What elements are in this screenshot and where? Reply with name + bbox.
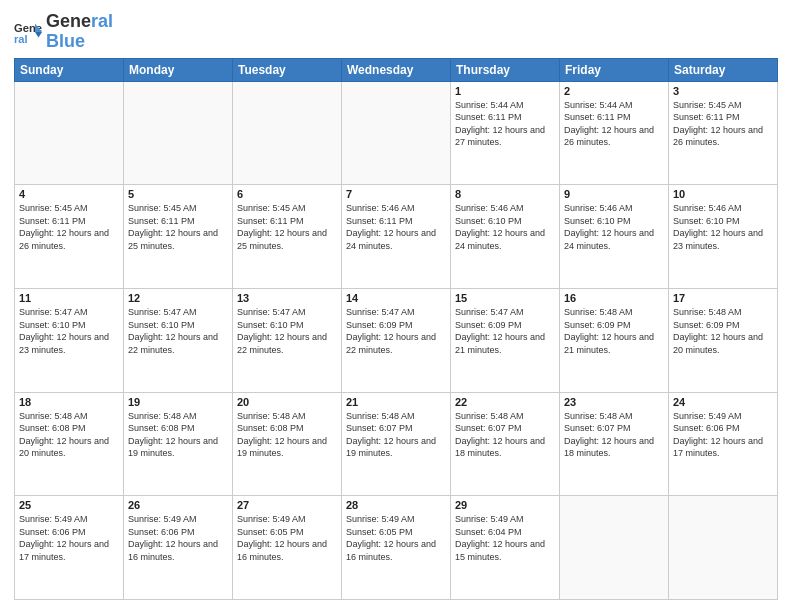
calendar-cell: 21Sunrise: 5:48 AM Sunset: 6:07 PM Dayli…	[342, 392, 451, 496]
day-info: Sunrise: 5:45 AM Sunset: 6:11 PM Dayligh…	[128, 202, 228, 252]
day-number: 2	[564, 85, 664, 97]
day-number: 16	[564, 292, 664, 304]
day-info: Sunrise: 5:48 AM Sunset: 6:08 PM Dayligh…	[128, 410, 228, 460]
week-row-5: 25Sunrise: 5:49 AM Sunset: 6:06 PM Dayli…	[15, 496, 778, 600]
day-number: 21	[346, 396, 446, 408]
day-number: 11	[19, 292, 119, 304]
day-info: Sunrise: 5:47 AM Sunset: 6:10 PM Dayligh…	[19, 306, 119, 356]
day-number: 6	[237, 188, 337, 200]
calendar-cell: 20Sunrise: 5:48 AM Sunset: 6:08 PM Dayli…	[233, 392, 342, 496]
logo-text: GeneralBlue	[46, 12, 113, 52]
day-info: Sunrise: 5:48 AM Sunset: 6:09 PM Dayligh…	[673, 306, 773, 356]
calendar-cell: 7Sunrise: 5:46 AM Sunset: 6:11 PM Daylig…	[342, 185, 451, 289]
day-number: 19	[128, 396, 228, 408]
day-number: 25	[19, 499, 119, 511]
calendar-cell: 27Sunrise: 5:49 AM Sunset: 6:05 PM Dayli…	[233, 496, 342, 600]
calendar-cell: 23Sunrise: 5:48 AM Sunset: 6:07 PM Dayli…	[560, 392, 669, 496]
header: Gene ral GeneralBlue	[14, 12, 778, 52]
calendar-cell: 25Sunrise: 5:49 AM Sunset: 6:06 PM Dayli…	[15, 496, 124, 600]
calendar-cell: 13Sunrise: 5:47 AM Sunset: 6:10 PM Dayli…	[233, 288, 342, 392]
day-number: 3	[673, 85, 773, 97]
calendar-cell: 12Sunrise: 5:47 AM Sunset: 6:10 PM Dayli…	[124, 288, 233, 392]
day-info: Sunrise: 5:46 AM Sunset: 6:10 PM Dayligh…	[455, 202, 555, 252]
day-number: 12	[128, 292, 228, 304]
day-info: Sunrise: 5:49 AM Sunset: 6:04 PM Dayligh…	[455, 513, 555, 563]
day-info: Sunrise: 5:48 AM Sunset: 6:07 PM Dayligh…	[346, 410, 446, 460]
day-number: 5	[128, 188, 228, 200]
column-header-saturday: Saturday	[669, 58, 778, 81]
calendar-cell: 6Sunrise: 5:45 AM Sunset: 6:11 PM Daylig…	[233, 185, 342, 289]
calendar-header-row: SundayMondayTuesdayWednesdayThursdayFrid…	[15, 58, 778, 81]
day-info: Sunrise: 5:47 AM Sunset: 6:10 PM Dayligh…	[237, 306, 337, 356]
calendar-cell: 2Sunrise: 5:44 AM Sunset: 6:11 PM Daylig…	[560, 81, 669, 185]
week-row-3: 11Sunrise: 5:47 AM Sunset: 6:10 PM Dayli…	[15, 288, 778, 392]
day-number: 24	[673, 396, 773, 408]
column-header-wednesday: Wednesday	[342, 58, 451, 81]
page: Gene ral GeneralBlue SundayMondayTuesday…	[0, 0, 792, 612]
calendar-cell: 4Sunrise: 5:45 AM Sunset: 6:11 PM Daylig…	[15, 185, 124, 289]
day-info: Sunrise: 5:46 AM Sunset: 6:10 PM Dayligh…	[673, 202, 773, 252]
column-header-tuesday: Tuesday	[233, 58, 342, 81]
calendar-cell: 9Sunrise: 5:46 AM Sunset: 6:10 PM Daylig…	[560, 185, 669, 289]
day-info: Sunrise: 5:48 AM Sunset: 6:08 PM Dayligh…	[237, 410, 337, 460]
day-info: Sunrise: 5:48 AM Sunset: 6:07 PM Dayligh…	[455, 410, 555, 460]
column-header-friday: Friday	[560, 58, 669, 81]
day-number: 23	[564, 396, 664, 408]
column-header-thursday: Thursday	[451, 58, 560, 81]
day-info: Sunrise: 5:47 AM Sunset: 6:09 PM Dayligh…	[346, 306, 446, 356]
day-number: 17	[673, 292, 773, 304]
week-row-1: 1Sunrise: 5:44 AM Sunset: 6:11 PM Daylig…	[15, 81, 778, 185]
calendar-cell: 10Sunrise: 5:46 AM Sunset: 6:10 PM Dayli…	[669, 185, 778, 289]
day-info: Sunrise: 5:45 AM Sunset: 6:11 PM Dayligh…	[237, 202, 337, 252]
day-info: Sunrise: 5:45 AM Sunset: 6:11 PM Dayligh…	[19, 202, 119, 252]
calendar-cell: 8Sunrise: 5:46 AM Sunset: 6:10 PM Daylig…	[451, 185, 560, 289]
day-number: 26	[128, 499, 228, 511]
day-info: Sunrise: 5:44 AM Sunset: 6:11 PM Dayligh…	[564, 99, 664, 149]
day-info: Sunrise: 5:49 AM Sunset: 6:06 PM Dayligh…	[128, 513, 228, 563]
day-info: Sunrise: 5:48 AM Sunset: 6:07 PM Dayligh…	[564, 410, 664, 460]
day-number: 13	[237, 292, 337, 304]
day-info: Sunrise: 5:48 AM Sunset: 6:08 PM Dayligh…	[19, 410, 119, 460]
calendar-cell: 5Sunrise: 5:45 AM Sunset: 6:11 PM Daylig…	[124, 185, 233, 289]
day-info: Sunrise: 5:46 AM Sunset: 6:10 PM Dayligh…	[564, 202, 664, 252]
day-number: 29	[455, 499, 555, 511]
week-row-2: 4Sunrise: 5:45 AM Sunset: 6:11 PM Daylig…	[15, 185, 778, 289]
day-number: 9	[564, 188, 664, 200]
day-info: Sunrise: 5:48 AM Sunset: 6:09 PM Dayligh…	[564, 306, 664, 356]
calendar-cell	[15, 81, 124, 185]
day-info: Sunrise: 5:49 AM Sunset: 6:05 PM Dayligh…	[237, 513, 337, 563]
day-info: Sunrise: 5:49 AM Sunset: 6:06 PM Dayligh…	[673, 410, 773, 460]
calendar-cell	[124, 81, 233, 185]
day-number: 1	[455, 85, 555, 97]
day-info: Sunrise: 5:44 AM Sunset: 6:11 PM Dayligh…	[455, 99, 555, 149]
day-number: 8	[455, 188, 555, 200]
day-number: 28	[346, 499, 446, 511]
calendar-table: SundayMondayTuesdayWednesdayThursdayFrid…	[14, 58, 778, 600]
calendar-cell: 15Sunrise: 5:47 AM Sunset: 6:09 PM Dayli…	[451, 288, 560, 392]
day-number: 14	[346, 292, 446, 304]
day-number: 22	[455, 396, 555, 408]
svg-marker-3	[35, 32, 42, 38]
day-info: Sunrise: 5:46 AM Sunset: 6:11 PM Dayligh…	[346, 202, 446, 252]
day-number: 7	[346, 188, 446, 200]
calendar-cell: 11Sunrise: 5:47 AM Sunset: 6:10 PM Dayli…	[15, 288, 124, 392]
calendar-cell: 16Sunrise: 5:48 AM Sunset: 6:09 PM Dayli…	[560, 288, 669, 392]
calendar-cell: 14Sunrise: 5:47 AM Sunset: 6:09 PM Dayli…	[342, 288, 451, 392]
week-row-4: 18Sunrise: 5:48 AM Sunset: 6:08 PM Dayli…	[15, 392, 778, 496]
calendar-cell: 28Sunrise: 5:49 AM Sunset: 6:05 PM Dayli…	[342, 496, 451, 600]
calendar-cell	[342, 81, 451, 185]
day-info: Sunrise: 5:45 AM Sunset: 6:11 PM Dayligh…	[673, 99, 773, 149]
day-number: 4	[19, 188, 119, 200]
day-number: 15	[455, 292, 555, 304]
calendar-cell: 1Sunrise: 5:44 AM Sunset: 6:11 PM Daylig…	[451, 81, 560, 185]
column-header-sunday: Sunday	[15, 58, 124, 81]
calendar-cell: 19Sunrise: 5:48 AM Sunset: 6:08 PM Dayli…	[124, 392, 233, 496]
calendar-cell: 26Sunrise: 5:49 AM Sunset: 6:06 PM Dayli…	[124, 496, 233, 600]
logo: Gene ral GeneralBlue	[14, 12, 113, 52]
calendar-cell: 17Sunrise: 5:48 AM Sunset: 6:09 PM Dayli…	[669, 288, 778, 392]
calendar-cell	[233, 81, 342, 185]
calendar-cell	[560, 496, 669, 600]
calendar-cell: 24Sunrise: 5:49 AM Sunset: 6:06 PM Dayli…	[669, 392, 778, 496]
calendar-cell	[669, 496, 778, 600]
calendar-cell: 22Sunrise: 5:48 AM Sunset: 6:07 PM Dayli…	[451, 392, 560, 496]
